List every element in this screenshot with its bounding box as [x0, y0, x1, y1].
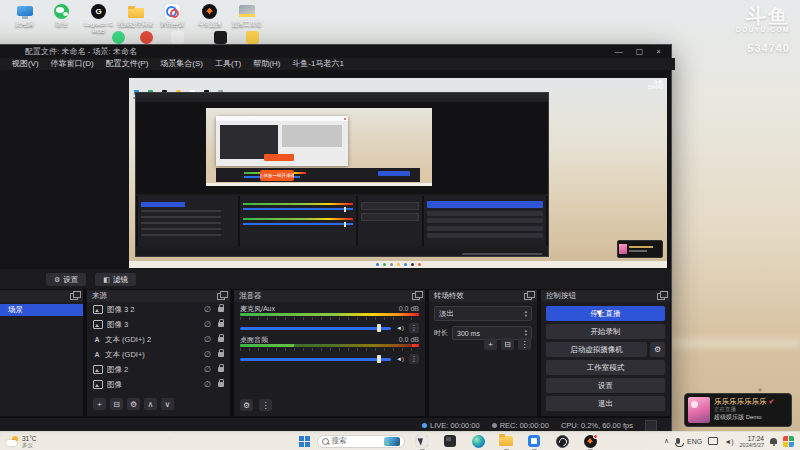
stop-streaming-button[interactable]: 停止直播 [546, 306, 665, 321]
notification-bell-icon[interactable] [770, 438, 777, 444]
taskbar-app-file-explorer[interactable] [498, 433, 514, 449]
add-transition-button[interactable]: + [484, 338, 497, 350]
lock-icon[interactable] [218, 352, 224, 357]
volume-slider[interactable] [240, 327, 391, 330]
taskbar-app-edge[interactable] [470, 433, 486, 449]
transition-select[interactable]: 淡出 ▴▾ [434, 306, 532, 321]
menu-docks[interactable]: 停靠窗口(D) [45, 58, 100, 70]
desktop-icon-douyu[interactable]: 斗鱼直播 [191, 3, 228, 34]
temperature: 31°C [22, 435, 37, 442]
obs-titlebar[interactable]: 配置文件: 未命名 - 场景: 未命名 — ▢ × [0, 45, 671, 58]
visibility-off-icon[interactable]: ∅ [204, 351, 211, 359]
microphone-icon[interactable] [676, 438, 680, 444]
start-button[interactable] [299, 436, 310, 447]
menu-scene-collection[interactable]: 场景集合(S) [154, 58, 209, 70]
partial-icon-black[interactable] [214, 31, 227, 44]
source-row[interactable]: 图像 3 2 ∅ [87, 302, 230, 317]
advanced-audio-button[interactable]: ⚙ [240, 399, 253, 411]
desktop-icon-meeting[interactable]: 腾讯会议 [154, 3, 191, 34]
source-row[interactable]: 图像 3 ∅ [87, 317, 230, 332]
partial-icon-white[interactable] [171, 31, 184, 44]
lock-icon[interactable] [218, 322, 224, 327]
visibility-off-icon[interactable]: ∅ [204, 381, 211, 389]
add-source-button[interactable]: + [93, 398, 106, 410]
channel-menu-button[interactable]: ⋮ [409, 323, 419, 333]
visibility-off-icon[interactable]: ∅ [204, 321, 211, 329]
clock[interactable]: 17:24 2024/5/27 [740, 435, 764, 448]
menu-tools[interactable]: 工具(T) [209, 58, 247, 70]
search-box[interactable]: 搜索 [317, 435, 405, 448]
remove-transition-button[interactable]: ⊟ [501, 338, 514, 350]
move-down-button[interactable]: ∨ [161, 398, 174, 410]
douyu-logo: 斗鱼 [736, 6, 790, 26]
display-icon[interactable] [708, 437, 718, 445]
taskbar-app-douyu[interactable] [582, 433, 598, 449]
speaker-icon[interactable]: ◄) [396, 325, 404, 331]
desktop-icon-logitech[interactable]: Logitech G HUB [80, 3, 117, 34]
preview-captured-screen[interactable]: 斗鱼 534740 [129, 78, 667, 268]
mini-watermark: 斗鱼 534740 [648, 80, 663, 91]
menu-douyu-plugin[interactable]: 斗鱼-1马老六1 [286, 58, 350, 70]
mixer-menu-button[interactable]: ⋮ [259, 399, 272, 411]
lock-icon[interactable] [218, 307, 224, 312]
speaker-icon[interactable]: ◄) [396, 356, 404, 362]
dock-popout-icon[interactable] [217, 293, 225, 300]
visibility-off-icon[interactable]: ∅ [204, 306, 211, 314]
dock-popout-icon[interactable] [657, 293, 665, 300]
move-up-button[interactable]: ∧ [144, 398, 157, 410]
start-recording-button[interactable]: 开始录制 [546, 324, 665, 339]
settings-button[interactable]: 设置 [546, 378, 665, 393]
gear-icon: ⚙ [54, 276, 60, 284]
desktop-icon-toolbox[interactable]: 直播工具箱 [228, 3, 265, 34]
partial-icon-red[interactable] [140, 31, 153, 44]
source-row[interactable]: 图像 2 ∅ [87, 362, 230, 377]
taskbar-app-obs[interactable] [554, 433, 570, 449]
volume-icon[interactable]: ◄) [724, 438, 733, 445]
virtual-camera-button[interactable]: 启动虚拟摄像机 [546, 342, 647, 357]
volume-slider[interactable] [240, 358, 391, 361]
mixer-channel-desktop: 桌面音频 0.0 dB ◄) ⋮ [234, 333, 425, 364]
lock-icon[interactable] [218, 382, 224, 387]
desktop-icon-wechat[interactable]: 微信 [43, 3, 80, 34]
desktop-icon-folder[interactable]: 视频处理目录 [117, 3, 154, 34]
dock-popout-icon[interactable] [524, 293, 532, 300]
visibility-off-icon[interactable]: ∅ [204, 336, 211, 344]
source-row[interactable]: A 文本 (GDI+) ∅ [87, 347, 230, 362]
douyu-notification-popup[interactable]: 乐乐乐乐乐乐乐 ✔ 正在直播 超级娱乐版 Demo [684, 393, 792, 427]
maximize-icon[interactable]: ▢ [636, 45, 644, 58]
source-properties-button[interactable]: ⚙ [127, 398, 140, 410]
taskbar-app-dark[interactable] [442, 433, 458, 449]
tray-chevron-icon[interactable]: ∧ [664, 437, 669, 445]
dock-popout-icon[interactable] [412, 293, 420, 300]
menu-help[interactable]: 帮助(H) [247, 58, 286, 70]
channel-menu-button[interactable]: ⋮ [409, 354, 419, 364]
taskbar-app-blue[interactable] [526, 433, 542, 449]
visibility-off-icon[interactable]: ∅ [204, 366, 211, 374]
exit-button[interactable]: 退出 [546, 396, 665, 411]
weather-widget[interactable]: 31°C 多云 [6, 435, 37, 448]
colorful-app-icon[interactable] [783, 436, 794, 447]
scene-item-selected[interactable]: 场景 [0, 304, 83, 316]
lock-icon[interactable] [218, 337, 224, 342]
source-row[interactable]: 图像 ∅ [87, 377, 230, 392]
lock-icon[interactable] [218, 367, 224, 372]
input-language[interactable]: ENG [687, 438, 702, 445]
transition-menu-button[interactable]: ⋮ [518, 338, 531, 350]
dock-popout-icon[interactable] [70, 293, 78, 300]
virtual-camera-config-button[interactable]: ⚙ [650, 342, 665, 357]
menu-view[interactable]: 视图(V) [6, 58, 45, 70]
studio-mode-button[interactable]: 工作室模式 [546, 360, 665, 375]
promo-button[interactable]: 马上体验一键开播模式 [260, 170, 294, 181]
audio-level-meter [240, 313, 419, 316]
minimize-icon[interactable]: — [615, 45, 623, 58]
source-row[interactable]: A 文本 (GDI+) 2 ∅ [87, 332, 230, 347]
taskbar-app-cursor[interactable] [414, 433, 430, 449]
desktop-icon-this-pc[interactable]: 此电脑 [6, 3, 43, 34]
menu-profile[interactable]: 配置文件(P) [100, 58, 155, 70]
settings-quick-button[interactable]: ⚙ 设置 [46, 273, 86, 286]
filters-quick-button[interactable]: ◧ 滤镜 [95, 273, 136, 286]
partial-icon-green[interactable] [112, 31, 125, 44]
close-icon[interactable]: × [656, 45, 661, 58]
partial-icon-yellow[interactable] [246, 31, 259, 44]
remove-source-button[interactable]: ⊟ [110, 398, 123, 410]
